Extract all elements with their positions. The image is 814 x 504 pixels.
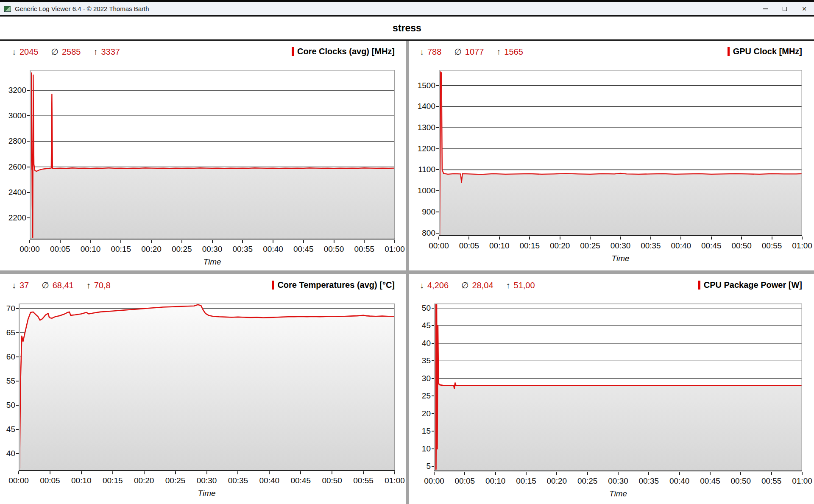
- y-axis-label: 45: [6, 424, 19, 435]
- x-axis-tick-value: 00:40: [259, 476, 280, 485]
- chart-legend: CPU Package Power [W]: [698, 280, 802, 290]
- y-axis: 5045403530252015105: [409, 304, 434, 471]
- x-axis-tick-mark: [802, 472, 803, 475]
- y-axis-tick-value: 2800: [8, 136, 26, 146]
- chart-header: ↓4,206 ∅28,04 ↑51,00 CPU Package Power […: [409, 280, 814, 294]
- y-axis-label: 10: [422, 443, 434, 454]
- y-axis-label: 800: [422, 228, 439, 239]
- x-axis-ticks: [30, 240, 395, 243]
- x-axis-tick-value: 00:05: [40, 476, 60, 485]
- chart-legend: Core Temperatures (avg) [°C]: [272, 280, 395, 290]
- maximize-button[interactable]: [775, 2, 794, 15]
- y-axis-label: 50: [6, 400, 19, 411]
- x-axis-tick-value: 00:10: [71, 476, 92, 485]
- x-axis-tick-value: 00:40: [669, 476, 690, 486]
- x-axis-tick-value: 00:20: [547, 476, 567, 486]
- y-axis-tick-value: 2200: [8, 213, 26, 223]
- x-axis-tick-value: 01:00: [792, 241, 812, 251]
- x-axis-tick-value: 00:15: [519, 241, 540, 251]
- y-axis-tick-value: 30: [422, 374, 431, 383]
- x-axis-tick-value: 01:00: [385, 476, 405, 485]
- plot-area[interactable]: [439, 70, 802, 236]
- x-axis-tick-value: 00:25: [172, 245, 192, 254]
- y-axis-tick-value: 50: [422, 304, 431, 313]
- y-axis-label: 3200: [8, 85, 30, 96]
- y-axis-label: 40: [422, 338, 434, 349]
- x-axis-tick-value: 00:20: [134, 476, 154, 485]
- x-axis-tick-value: 00:25: [165, 476, 186, 485]
- x-axis-tick-value: 01:00: [385, 245, 405, 254]
- x-axis-tick-value: 00:30: [608, 476, 628, 486]
- x-axis-title: Time: [30, 257, 395, 267]
- x-axis-title: Time: [439, 254, 802, 263]
- plot-area[interactable]: [19, 304, 395, 471]
- y-axis-label: 2600: [8, 162, 30, 173]
- y-axis-tick-value: 25: [422, 391, 431, 401]
- window-controls: ✕: [755, 2, 814, 15]
- x-axis-tick-mark: [269, 471, 270, 474]
- y-axis-label: 70: [6, 303, 19, 314]
- titlebar[interactable]: Generic Log Viewer 6.4 - © 2022 Thomas B…: [0, 2, 814, 15]
- x-axis-tick-mark: [679, 472, 680, 475]
- x-axis-tick-mark: [29, 240, 30, 243]
- x-axis-tick-value: 00:30: [610, 241, 631, 251]
- x-axis-tick-mark: [212, 240, 213, 243]
- x-axis-tick-mark: [151, 240, 152, 243]
- x-axis-tick-mark: [60, 240, 61, 243]
- x-axis-tick-value: 00:05: [50, 245, 70, 254]
- min-arrow-icon: ↓: [12, 47, 16, 57]
- y-axis-label: 25: [422, 390, 434, 401]
- y-axis-label: 3000: [8, 110, 30, 121]
- y-axis-tick-value: 40: [422, 339, 431, 348]
- x-axis-tick-mark: [710, 472, 711, 475]
- chart-stats: ↓4,206 ∅28,04 ↑51,00: [420, 280, 535, 290]
- x-axis-tick-value: 00:50: [731, 241, 752, 251]
- app-window: Generic Log Viewer 6.4 - © 2022 Thomas B…: [0, 0, 814, 504]
- y-axis-tick-value: 3200: [8, 86, 26, 95]
- y-axis: 150014001300120011001000900800: [409, 70, 439, 236]
- x-axis-tick-mark: [175, 471, 176, 474]
- y-axis-label: 1400: [418, 101, 439, 112]
- stat-avg: ∅68,41: [42, 280, 73, 290]
- y-axis-tick-value: 5: [426, 462, 431, 471]
- x-axis-tick-value: 00:15: [516, 476, 536, 486]
- plot-area[interactable]: [434, 304, 802, 471]
- minimize-button[interactable]: [755, 2, 775, 15]
- max-arrow-icon: ↑: [93, 47, 98, 57]
- x-axis-tick-mark: [438, 237, 439, 239]
- avg-symbol-icon: ∅: [42, 280, 49, 290]
- avg-symbol-icon: ∅: [454, 47, 461, 57]
- y-axis-tick-value: 2600: [8, 162, 26, 172]
- stat-avg: ∅28,04: [461, 280, 493, 290]
- x-axis-tick-value: 00:55: [761, 476, 782, 486]
- x-axis-tick-value: 00:15: [103, 476, 123, 485]
- x-axis-tick-mark: [332, 471, 332, 474]
- y-axis-label: 15: [422, 426, 434, 437]
- plot-area[interactable]: [30, 70, 395, 239]
- y-axis-tick-value: 50: [6, 401, 15, 410]
- x-axis-tick-value: 00:45: [700, 476, 720, 486]
- x-axis-tick-value: 00:05: [459, 241, 479, 251]
- x-axis-tick-mark: [499, 237, 500, 239]
- y-axis-label: 1100: [418, 164, 439, 175]
- x-axis-title: Time: [434, 489, 802, 498]
- y-axis-tick-value: 65: [6, 328, 15, 337]
- x-axis-tick-value: 01:00: [792, 476, 812, 486]
- x-axis-tick-value: 00:00: [20, 245, 40, 254]
- chart-stats: ↓37 ∅68,41 ↑70,8: [12, 280, 111, 290]
- x-axis-tick-value: 00:30: [202, 245, 223, 254]
- y-axis-tick-value: 15: [422, 426, 431, 436]
- chart-title: Core Clocks (avg) [MHz]: [297, 47, 395, 56]
- x-axis-tick-mark: [680, 237, 681, 239]
- x-axis-tick-value: 00:10: [81, 245, 101, 254]
- close-button[interactable]: ✕: [794, 2, 814, 15]
- y-axis-tick-value: 45: [422, 321, 431, 330]
- x-axis-tick-value: 00:35: [639, 476, 659, 486]
- chart-stats: ↓788 ∅1077 ↑1565: [420, 47, 523, 57]
- chart-legend: GPU Clock [MHz]: [728, 47, 802, 56]
- x-axis-tick-value: 00:50: [324, 245, 344, 254]
- x-axis-tick-value: 00:20: [141, 245, 162, 254]
- x-axis-tick-mark: [711, 237, 712, 239]
- x-axis-tick-value: 00:35: [641, 241, 661, 251]
- y-axis-label: 2200: [8, 212, 30, 223]
